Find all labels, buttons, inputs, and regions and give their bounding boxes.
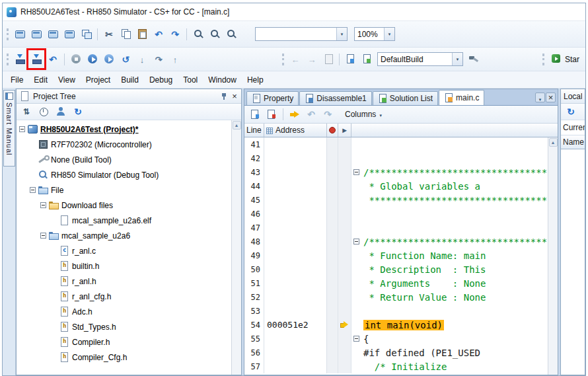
undo-button[interactable] xyxy=(151,26,166,42)
tree-item[interactable]: RH850 Simulator (Debug Tool) xyxy=(17,167,231,182)
tab-close-button[interactable] xyxy=(546,93,556,102)
menu-item-debug[interactable]: Debug xyxy=(144,73,178,87)
refresh-button[interactable] xyxy=(563,104,579,120)
tab-property[interactable]: Property xyxy=(246,91,299,105)
tree-item[interactable]: File xyxy=(17,182,231,198)
code-line[interactable]: 53 xyxy=(244,304,548,318)
event-cell[interactable] xyxy=(327,262,338,276)
pc-column-header[interactable] xyxy=(338,124,351,137)
code-cell[interactable] xyxy=(351,207,548,221)
code-cell[interactable]: * Function Name: main xyxy=(351,248,548,262)
code-line[interactable]: 46 xyxy=(244,207,548,221)
event-cell[interactable] xyxy=(327,137,338,151)
code-cell[interactable]: * Description : This xyxy=(351,262,548,276)
tree-item[interactable]: Compiler.h xyxy=(17,334,231,350)
copy-button[interactable] xyxy=(118,26,133,42)
code-line[interactable]: 51 * Arguments : None xyxy=(244,276,548,290)
line-number[interactable]: 56 xyxy=(244,346,264,359)
build-config-dropdown-icon[interactable] xyxy=(452,53,462,65)
menu-item-window[interactable]: Window xyxy=(203,73,242,87)
code-line[interactable]: 56#if defined (PE1_USED xyxy=(244,346,548,359)
tree-expander-icon[interactable] xyxy=(30,187,36,193)
tree-item[interactable]: R7F702302 (Microcontroller) xyxy=(17,137,231,152)
fold-marker-icon[interactable] xyxy=(353,169,359,175)
new-project-button[interactable] xyxy=(12,26,28,42)
code-line[interactable]: 57 /* Initialize xyxy=(244,359,548,373)
step-out-button[interactable] xyxy=(167,52,183,67)
code-cell[interactable]: * Arguments : None xyxy=(351,276,548,290)
menu-item-build[interactable]: Build xyxy=(116,73,144,87)
code-cell[interactable]: #if defined (PE1_USED xyxy=(351,346,548,359)
event-cell[interactable] xyxy=(327,276,338,290)
line-number[interactable]: 44 xyxy=(244,179,264,193)
menu-item-help[interactable]: Help xyxy=(242,73,269,87)
line-number[interactable]: 46 xyxy=(244,207,264,221)
save-project-button[interactable] xyxy=(45,26,61,42)
event-cell[interactable] xyxy=(327,179,338,193)
build-download-button[interactable] xyxy=(28,52,44,67)
tree-item[interactable]: mcal_sample_u2a6.elf xyxy=(17,213,231,228)
tree-item[interactable]: r_anl.h xyxy=(17,274,231,289)
tree-item[interactable]: None (Build Tool) xyxy=(17,152,231,167)
window-cascade-button[interactable] xyxy=(78,26,94,42)
line-number[interactable]: 47 xyxy=(244,221,264,235)
tree-item[interactable]: r_anl.c xyxy=(17,243,231,258)
tree-item[interactable]: RH850U2A6Test (Project)* xyxy=(17,122,231,137)
go-button[interactable] xyxy=(85,52,100,67)
zoom-combo-dropdown-icon[interactable] xyxy=(384,28,394,40)
jump-to-pc-button[interactable] xyxy=(287,107,303,122)
project-tree-scrollbar[interactable] xyxy=(231,120,241,375)
code-cell[interactable]: /***************************************… xyxy=(351,165,548,179)
start-button[interactable]: Star xyxy=(548,52,583,67)
find-in-files-button[interactable] xyxy=(223,26,239,42)
menu-item-view[interactable]: View xyxy=(53,73,81,87)
stop-button[interactable] xyxy=(68,52,84,67)
tab-solution-list[interactable]: Solution List xyxy=(373,91,438,105)
code-cell[interactable]: * Return Value : None xyxy=(351,290,548,304)
event-cell[interactable] xyxy=(327,193,338,207)
code-line[interactable]: 41 xyxy=(244,137,548,151)
tree-item[interactable]: mcal_sample_u2a6 xyxy=(17,228,231,243)
event-cell[interactable] xyxy=(327,332,338,346)
build-config-combo[interactable]: DefaultBuild xyxy=(377,52,463,66)
build-mode2-button[interactable] xyxy=(359,52,375,67)
line-number[interactable]: 42 xyxy=(244,151,264,165)
event-cell[interactable] xyxy=(327,290,338,304)
zoom-combo-value[interactable]: 100% xyxy=(355,30,384,39)
code-cell[interactable]: { xyxy=(351,332,548,346)
event-cell[interactable] xyxy=(327,304,338,318)
name-column-header[interactable]: Name xyxy=(561,135,585,149)
tab-disassemble1[interactable]: Disassemble1 xyxy=(299,91,371,105)
fold-marker-icon[interactable] xyxy=(353,239,359,244)
mixed-mode-button[interactable] xyxy=(264,107,279,122)
code-cell[interactable]: /***************************************… xyxy=(351,235,548,248)
code-cell[interactable] xyxy=(351,304,548,318)
code-cell[interactable] xyxy=(351,221,548,235)
line-number[interactable]: 57 xyxy=(244,359,264,373)
code-cell[interactable]: ****************************************… xyxy=(351,193,548,207)
sort-button[interactable] xyxy=(18,104,34,120)
event-cell[interactable] xyxy=(327,235,338,248)
line-number[interactable]: 45 xyxy=(244,193,264,207)
code-line[interactable]: 54000051e2int main(void) xyxy=(244,318,548,332)
code-line[interactable]: 52 * Return Value : None xyxy=(244,290,548,304)
address-column-header[interactable]: Address xyxy=(264,124,327,137)
line-number[interactable]: 52 xyxy=(244,290,264,304)
menu-item-tool[interactable]: Tool xyxy=(178,73,203,87)
tree-expander-icon[interactable] xyxy=(40,202,46,208)
event-cell[interactable] xyxy=(327,248,338,262)
editor-scrollbar[interactable] xyxy=(548,137,558,375)
menu-item-project[interactable]: Project xyxy=(81,73,116,87)
find-next-button[interactable] xyxy=(207,26,223,42)
build-config-value[interactable]: DefaultBuild xyxy=(378,55,452,64)
event-cell[interactable] xyxy=(327,346,338,359)
save-all-button[interactable] xyxy=(61,26,77,42)
line-number[interactable]: 53 xyxy=(244,304,264,318)
tree-item[interactable]: Download files xyxy=(17,198,231,213)
tree-item[interactable]: r_anl_cfg.h xyxy=(17,289,231,304)
code-cell[interactable]: * Global variables a xyxy=(351,179,548,193)
menu-item-file[interactable]: File xyxy=(5,73,28,87)
tab-list-dropdown-button[interactable] xyxy=(535,93,545,102)
line-number[interactable]: 50 xyxy=(244,262,264,276)
tree-item[interactable]: Adc.h xyxy=(17,304,231,319)
